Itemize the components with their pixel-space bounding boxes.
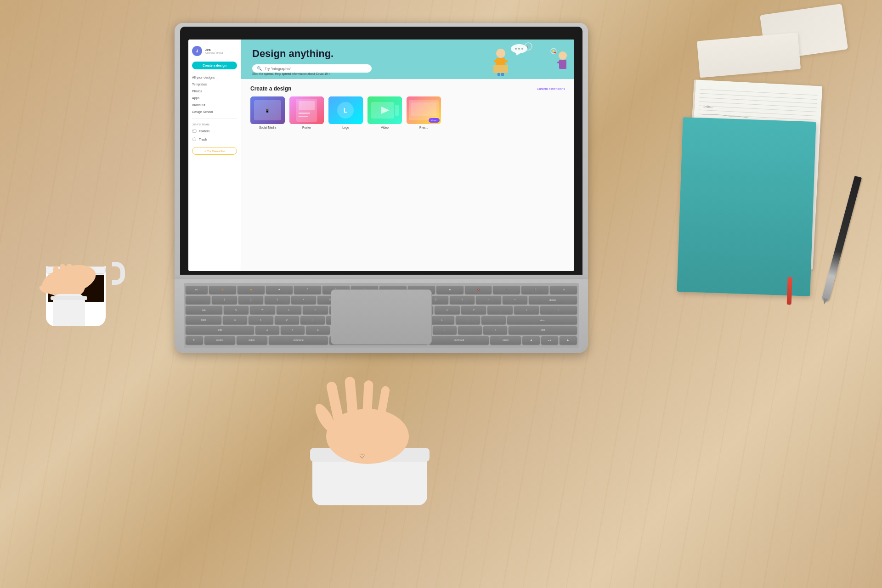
- logo-thumb-svg: L: [328, 96, 363, 124]
- design-type-poster[interactable]: Poster: [289, 96, 324, 129]
- sidebar-item-all-designs[interactable]: All your designs: [188, 74, 241, 81]
- search-input[interactable]: [265, 67, 367, 71]
- key-shift-left[interactable]: shift: [186, 326, 254, 334]
- user-info: Jira Address @blur: [205, 48, 223, 54]
- key-fn[interactable]: fn: [186, 336, 203, 345]
- key-f9[interactable]: ⏭: [436, 286, 464, 294]
- key-option-right[interactable]: option: [490, 336, 521, 345]
- key-backtick[interactable]: `: [186, 296, 210, 304]
- key-bracket-close[interactable]: ]: [514, 306, 539, 314]
- key-minus[interactable]: -: [476, 296, 501, 304]
- poster-label: Poster: [302, 126, 311, 129]
- logo-thumb: L: [328, 96, 363, 124]
- notebooks-area: to do...: [680, 37, 854, 312]
- design-type-logo[interactable]: L Logo: [328, 96, 363, 129]
- section-title: Create a design: [250, 85, 291, 92]
- key-f2[interactable]: 🔆: [237, 286, 265, 294]
- key-backslash[interactable]: \: [540, 306, 577, 314]
- svg-rect-40: [411, 102, 436, 116]
- key-s[interactable]: S: [249, 316, 273, 324]
- sidebar-item-trash[interactable]: Trash: [188, 135, 241, 143]
- key-f10[interactable]: 🔇: [465, 286, 492, 294]
- sidebar-divider: [192, 118, 237, 119]
- sidebar-item-folders[interactable]: Folders: [188, 127, 241, 135]
- user-profile[interactable]: J Jira Address @blur: [188, 44, 241, 60]
- trash-icon: [192, 137, 197, 141]
- search-bar[interactable]: 🔍: [252, 64, 372, 73]
- canva-main-content: Design anything. 🔍: [241, 40, 574, 271]
- covid-banner[interactable]: Stop the spread. Help spread information…: [252, 72, 574, 75]
- key-q[interactable]: Q: [224, 306, 249, 314]
- svg-rect-29: [299, 113, 310, 114]
- key-control[interactable]: control: [204, 336, 235, 345]
- key-option-left[interactable]: option: [237, 336, 267, 345]
- design-type-presentation[interactable]: More › Pres...: [407, 96, 441, 129]
- key-arrow-right[interactable]: ▶: [560, 336, 577, 345]
- coffee-area: [28, 198, 147, 326]
- poster-thumb-svg: [289, 96, 324, 124]
- key-f4[interactable]: 🔍: [294, 286, 321, 294]
- video-thumb-svg: [368, 96, 402, 124]
- social-media-label: Social Media: [259, 126, 276, 129]
- sidebar-item-templates[interactable]: Templates: [188, 81, 241, 88]
- design-type-social-media[interactable]: 📱 Social Media: [250, 96, 285, 129]
- video-label: Video: [381, 126, 389, 129]
- key-delete[interactable]: delete: [529, 296, 577, 304]
- key-3[interactable]: 3: [265, 296, 289, 304]
- poster-thumb: [289, 96, 324, 124]
- folder-icon: [192, 129, 197, 133]
- social-thumb-svg: 📱: [250, 96, 285, 124]
- key-f12[interactable]: 🔊: [521, 286, 548, 294]
- key-tab[interactable]: tab: [186, 306, 222, 314]
- create-design-button[interactable]: Create a design: [192, 62, 237, 69]
- section-header: Create a design Custom dimensions: [250, 85, 565, 92]
- key-quote[interactable]: ': [481, 316, 506, 324]
- key-shift-right[interactable]: shift: [509, 326, 577, 334]
- canva-sidebar: J Jira Address @blur Create a design All…: [188, 40, 241, 271]
- screen-bezel: J Jira Address @blur Create a design All…: [180, 27, 582, 275]
- key-return[interactable]: return: [507, 316, 577, 324]
- search-icon: 🔍: [257, 66, 262, 71]
- svg-rect-1: [193, 138, 196, 141]
- design-type-video[interactable]: Video: [368, 96, 402, 129]
- folders-label: Folders: [199, 130, 209, 133]
- key-caps[interactable]: caps: [186, 316, 221, 324]
- sidebar-item-apps[interactable]: Apps: [188, 95, 241, 102]
- try-pro-button[interactable]: ✦ Try Canva Pro: [192, 147, 237, 155]
- screen-content: J Jira Address @blur Create a design All…: [188, 40, 574, 271]
- key-f11[interactable]: 🔉: [493, 286, 520, 294]
- hand-left-svg: [28, 243, 119, 326]
- custom-dimensions-link[interactable]: Custom dimensions: [537, 87, 565, 90]
- key-f3[interactable]: ⏏: [266, 286, 293, 294]
- logo-label: Logo: [342, 126, 349, 129]
- key-arrow-left[interactable]: ◀: [522, 336, 540, 345]
- sidebar-item-design-school[interactable]: Design School: [188, 108, 241, 115]
- user-email: Address @blur: [205, 51, 223, 54]
- svg-text:♡: ♡: [359, 452, 365, 460]
- create-design-section: Create a design Custom dimensions: [241, 79, 574, 271]
- sidebar-item-photos[interactable]: Photos: [188, 88, 241, 95]
- laptop: J Jira Address @blur Create a design All…: [175, 23, 588, 354]
- key-w[interactable]: W: [250, 306, 275, 314]
- svg-rect-37: [395, 105, 399, 116]
- key-4[interactable]: 4: [291, 296, 316, 304]
- key-power[interactable]: ⏻: [550, 286, 577, 294]
- trash-label: Trash: [199, 138, 207, 141]
- key-2[interactable]: 2: [238, 296, 263, 304]
- key-slash[interactable]: /: [483, 326, 507, 334]
- laptop-lid: J Jira Address @blur Create a design All…: [175, 23, 588, 280]
- team-section-label: Jira's team: [188, 121, 241, 127]
- key-bracket-open[interactable]: [: [487, 306, 512, 314]
- key-a[interactable]: A: [223, 316, 247, 324]
- key-0[interactable]: 0: [450, 296, 475, 304]
- sidebar-item-brand-kit[interactable]: Brand Kit: [188, 102, 241, 108]
- key-f1[interactable]: 🔅: [209, 286, 236, 294]
- key-esc[interactable]: esc: [186, 286, 208, 294]
- hero-title: Design anything.: [252, 48, 563, 60]
- key-arrow-updown[interactable]: ▲▼: [541, 336, 559, 345]
- svg-rect-49: [51, 296, 87, 300]
- key-equals[interactable]: =: [503, 296, 527, 304]
- more-button[interactable]: More ›: [429, 118, 440, 123]
- design-type-list: 📱 Social Media: [250, 96, 565, 129]
- key-1[interactable]: 1: [212, 296, 237, 304]
